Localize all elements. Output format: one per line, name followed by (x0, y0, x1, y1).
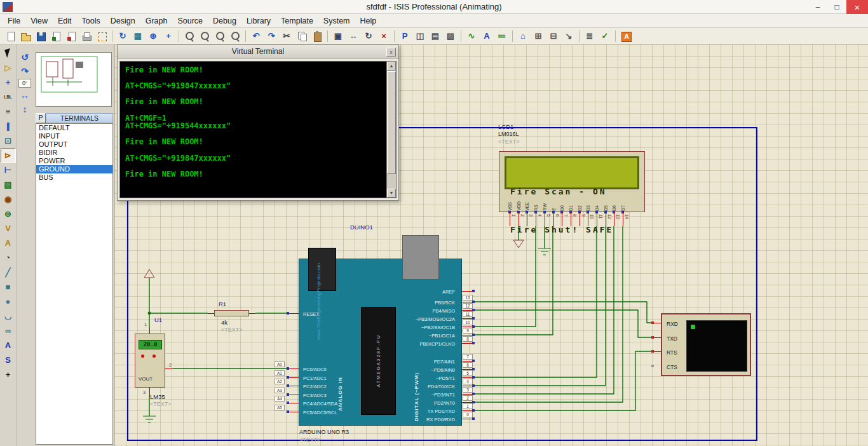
tape-recorder-mode-button[interactable] (1, 192, 16, 206)
menu-file[interactable]: File (3, 15, 25, 27)
redo-icon[interactable] (264, 29, 278, 43)
mirror-x-icon[interactable] (18, 89, 32, 102)
menu-design[interactable]: Design (105, 15, 140, 27)
scroll-down-icon[interactable] (387, 189, 396, 198)
netlist-to-ares-icon[interactable] (619, 29, 633, 43)
wire-autorouter-icon[interactable] (465, 29, 478, 43)
selector-item-power[interactable]: POWER (36, 157, 112, 165)
menu-template[interactable]: Template (276, 15, 318, 27)
new-file-icon[interactable] (3, 29, 17, 43)
2d-circle-mode-button[interactable] (1, 294, 16, 309)
new-sheet-icon[interactable] (531, 29, 545, 43)
generator-mode-button[interactable] (1, 206, 16, 221)
block-move-icon[interactable] (346, 29, 360, 43)
selector-item-bidir[interactable]: BIDIR (36, 149, 112, 157)
mirror-y-icon[interactable] (18, 103, 32, 116)
block-copy-icon[interactable] (331, 29, 345, 43)
current-probe-mode-button[interactable] (1, 236, 16, 250)
2d-path-mode-button[interactable] (1, 323, 16, 338)
wire[interactable] (473, 351, 651, 410)
decompose-icon[interactable] (444, 29, 458, 43)
zoom-area-icon[interactable] (228, 29, 242, 43)
schematic-canvas[interactable]: 131211109876543210A0A1A2A3A4A5 LCD1 LM01… (114, 44, 868, 446)
terminal-close-icon[interactable] (386, 48, 396, 57)
resistor-component[interactable] (214, 310, 249, 316)
cut-icon[interactable] (280, 29, 294, 43)
junction-dot-mode-button[interactable] (1, 75, 16, 90)
design-explorer-icon[interactable] (516, 29, 530, 43)
2d-line-mode-button[interactable] (1, 265, 16, 280)
selector-item-default[interactable]: DEFAULT (36, 124, 112, 132)
menu-source[interactable]: Source (172, 15, 208, 27)
menu-debug[interactable]: Debug (208, 15, 241, 27)
selector-item-ground[interactable]: GROUND (36, 165, 112, 173)
lm35-adjust-dot[interactable] (141, 355, 144, 358)
goto-sheet-icon[interactable] (562, 29, 576, 43)
block-delete-icon[interactable] (377, 29, 391, 43)
arduino-component[interactable]: ATMEGA328P-PU www.TheEngineeringProjects… (299, 259, 462, 426)
print-design-icon[interactable] (79, 29, 93, 43)
pick-parts-icon[interactable] (398, 29, 412, 43)
subcircuit-mode-button[interactable] (1, 133, 16, 148)
resistor-ref[interactable]: R1 (219, 301, 226, 307)
virtual-terminal-component[interactable]: RXDTXDRTSCTS (661, 313, 751, 376)
undo-icon[interactable] (249, 29, 263, 43)
lm35-component[interactable]: 20.0 VOUT (135, 334, 165, 388)
lcd-component[interactable]: Fire Scan - ON Fire Shut! SAFE VSSVDDVEE… (499, 151, 645, 212)
close-icon[interactable] (846, 0, 868, 14)
menu-view[interactable]: View (25, 15, 53, 27)
title-bar[interactable]: sfdfdf - ISIS Professional (Animating) (0, 0, 868, 14)
paste-icon[interactable] (310, 29, 324, 43)
menu-help[interactable]: Help (355, 15, 382, 27)
pan-icon[interactable] (161, 29, 175, 43)
rotation-angle-field[interactable]: 0 (18, 79, 31, 88)
2d-arc-mode-button[interactable] (1, 309, 16, 323)
menu-system[interactable]: System (318, 15, 355, 27)
import-section-icon[interactable] (49, 29, 63, 43)
zoom-in-icon[interactable] (182, 29, 196, 43)
terminal-mode-button[interactable] (1, 148, 16, 163)
mark-output-area-icon[interactable] (95, 29, 109, 43)
maximize-icon[interactable] (827, 0, 846, 14)
overview-preview[interactable] (36, 52, 112, 107)
search-tag-icon[interactable] (480, 29, 494, 43)
scroll-thumb[interactable] (387, 71, 396, 174)
packaging-tool-icon[interactable] (428, 29, 442, 43)
rotate-anticlockwise-icon[interactable] (18, 51, 32, 64)
wire[interactable] (473, 302, 653, 323)
2d-symbol-mode-button[interactable] (1, 353, 16, 367)
lcd-ref[interactable]: LCD1 (498, 123, 513, 130)
2d-text-mode-button[interactable] (1, 338, 16, 353)
electrical-rule-check-icon[interactable] (598, 29, 612, 43)
selector-item-output[interactable]: OUTPUT (36, 140, 112, 149)
terminal-scrollbar[interactable] (386, 62, 396, 198)
scroll-up-icon[interactable] (387, 62, 396, 71)
block-rotate-icon[interactable] (362, 29, 376, 43)
zoom-out-icon[interactable] (198, 29, 212, 43)
component-mode-button[interactable] (1, 60, 16, 75)
text-script-mode-button[interactable] (1, 104, 16, 119)
toggle-grid-icon[interactable] (131, 29, 145, 43)
menu-tools[interactable]: Tools (77, 15, 105, 27)
selection-mode-button[interactable] (1, 46, 16, 60)
zoom-all-icon[interactable] (213, 29, 227, 43)
property-assignment-icon[interactable] (495, 29, 509, 43)
input-terminal-symbol[interactable] (144, 269, 154, 278)
wire-label-mode-button[interactable] (1, 90, 16, 104)
minimize-icon[interactable] (808, 0, 827, 14)
rotate-clockwise-icon[interactable] (18, 65, 32, 78)
copy-icon[interactable] (295, 29, 309, 43)
selector-item-bus[interactable]: BUS (36, 173, 112, 182)
save-design-icon[interactable] (34, 29, 48, 43)
2d-box-mode-button[interactable] (1, 280, 16, 294)
arduino-ref[interactable]: DUINO1 (350, 224, 373, 231)
wire[interactable] (473, 310, 653, 337)
make-device-icon[interactable] (413, 29, 427, 43)
virtual-instruments-mode-button[interactable] (1, 250, 16, 265)
menu-library[interactable]: Library (241, 15, 276, 27)
menu-edit[interactable]: Edit (53, 15, 77, 27)
ground-symbol[interactable] (143, 416, 156, 422)
export-section-icon[interactable] (64, 29, 78, 43)
2d-marker-mode-button[interactable] (1, 367, 16, 382)
lm35-adjust-dot[interactable] (153, 355, 156, 358)
